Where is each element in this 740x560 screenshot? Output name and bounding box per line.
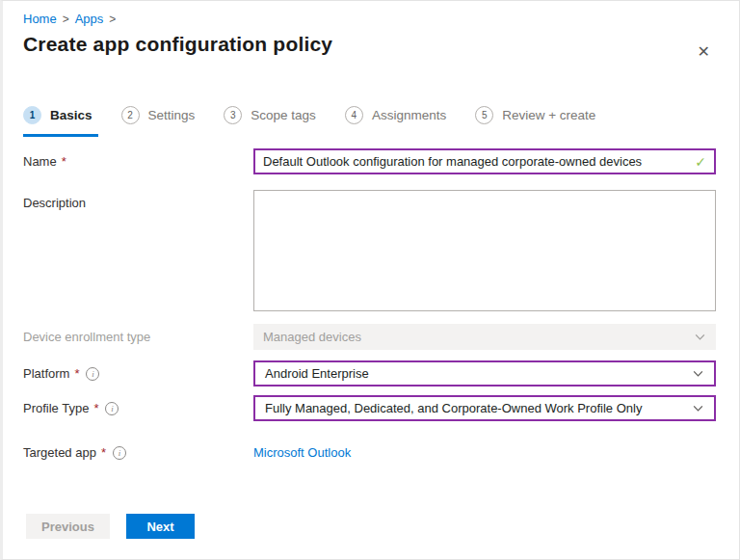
close-icon[interactable]: ✕ — [694, 40, 714, 64]
previous-button[interactable]: Previous — [26, 514, 110, 539]
description-label-text: Description — [23, 196, 86, 210]
platform-value: Android Enterprise — [265, 366, 369, 381]
name-input[interactable]: Default Outlook configuration for manage… — [253, 148, 716, 174]
device-enrollment-type-label-text: Device enrollment type — [23, 330, 150, 344]
targeted-app-row: Targeted app* i Microsoft Outlook — [23, 440, 716, 461]
profile-type-value: Fully Managed, Dedicated, and Corporate-… — [265, 401, 642, 415]
next-button[interactable]: Next — [126, 514, 195, 539]
info-icon[interactable]: i — [113, 446, 126, 460]
step-4-label: Assignments — [372, 108, 446, 122]
step-1-circle: 1 — [23, 106, 41, 124]
description-row: Description — [23, 190, 716, 311]
valid-check-icon: ✓ — [695, 154, 706, 170]
device-enrollment-type-label: Device enrollment type — [23, 324, 253, 344]
platform-row: Platform* i Android Enterprise — [23, 360, 716, 387]
targeted-app-label-text: Targeted app — [23, 445, 96, 460]
breadcrumb-link-apps[interactable]: Apps — [75, 12, 104, 26]
basics-form: Name* Default Outlook configuration for … — [23, 148, 716, 461]
required-asterisk: * — [93, 401, 98, 415]
description-input[interactable] — [253, 190, 716, 311]
step-5-circle: 5 — [475, 106, 493, 124]
tab-review-create[interactable]: 5 Review + create — [475, 106, 595, 137]
platform-dropdown[interactable]: Android Enterprise — [253, 360, 716, 387]
required-asterisk: * — [74, 366, 79, 381]
page-title: Create app configuration policy — [23, 33, 332, 56]
name-label-text: Name — [23, 154, 57, 169]
targeted-app-label: Targeted app* i — [23, 440, 253, 460]
breadcrumb-separator: > — [109, 13, 116, 26]
breadcrumb-separator: > — [63, 13, 69, 26]
step-3-label: Scope tags — [251, 108, 316, 122]
chevron-down-icon — [692, 367, 704, 380]
name-input-value: Default Outlook configuration for manage… — [263, 154, 689, 169]
profile-type-label-text: Profile Type — [23, 401, 89, 415]
description-label: Description — [23, 190, 253, 210]
step-3-circle: 3 — [224, 106, 242, 124]
platform-label: Platform* i — [23, 360, 253, 381]
profile-type-label: Profile Type* i — [23, 395, 253, 415]
step-2-circle: 2 — [121, 106, 140, 124]
required-asterisk: * — [101, 445, 106, 460]
name-row: Name* Default Outlook configuration for … — [23, 148, 716, 174]
step-1-label: Basics — [50, 108, 92, 122]
profile-type-dropdown[interactable]: Fully Managed, Dedicated, and Corporate-… — [253, 395, 716, 421]
title-row: Create app configuration policy ✕ — [23, 33, 716, 64]
targeted-app-link[interactable]: Microsoft Outlook — [253, 440, 351, 460]
tab-basics[interactable]: 1 Basics — [23, 106, 98, 137]
profile-type-row: Profile Type* i Fully Managed, Dedicated… — [23, 395, 716, 421]
name-label: Name* — [23, 148, 253, 169]
device-enrollment-type-value: Managed devices — [263, 330, 361, 344]
breadcrumb: Home > Apps > — [23, 12, 716, 26]
info-icon[interactable]: i — [86, 367, 99, 381]
chevron-down-icon — [692, 402, 704, 414]
wizard-footer: Previous Next — [26, 514, 195, 539]
chevron-down-icon — [694, 331, 706, 343]
step-2-label: Settings — [148, 108, 196, 122]
breadcrumb-link-home[interactable]: Home — [23, 12, 57, 26]
platform-label-text: Platform — [23, 366, 69, 381]
step-4-circle: 4 — [345, 106, 363, 124]
create-app-configuration-policy-blade: Home > Apps > Create app configuration p… — [0, 0, 740, 560]
required-asterisk: * — [62, 154, 66, 169]
device-enrollment-type-row: Device enrollment type Managed devices — [23, 324, 716, 350]
step-5-label: Review + create — [502, 108, 595, 122]
tab-assignments[interactable]: 4 Assignments — [345, 106, 446, 137]
device-enrollment-type-dropdown: Managed devices — [253, 324, 716, 350]
wizard-steps: 1 Basics 2 Settings 3 Scope tags 4 Assig… — [23, 106, 716, 137]
info-icon[interactable]: i — [105, 402, 119, 415]
tab-scope-tags[interactable]: 3 Scope tags — [224, 106, 316, 137]
tab-settings[interactable]: 2 Settings — [121, 106, 196, 137]
